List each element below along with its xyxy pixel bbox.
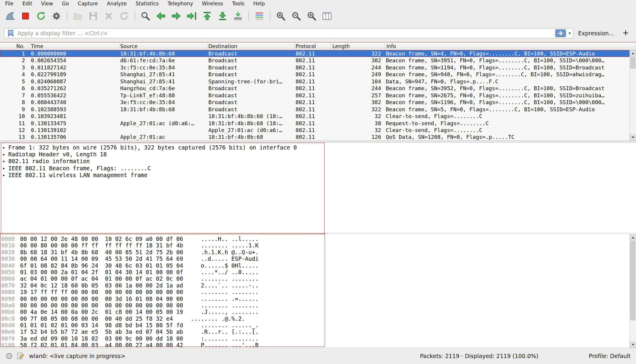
hex-row[interactable]: 00d001 01 01 02 01 00 03 14 98 d8 bd b4 … (1, 322, 636, 328)
zoom-out-button[interactable] (288, 9, 304, 23)
capture-comment-icon[interactable] (17, 352, 24, 360)
packet-row[interactable]: 80.0804437403e:f5:cc:0e:35:84Broadcast80… (0, 99, 636, 106)
expression-button[interactable]: Expression... (573, 30, 619, 36)
menu-item-help[interactable]: Help (249, 0, 269, 7)
menu-item-view[interactable]: View (37, 0, 57, 7)
filter-dropdown-caret-icon[interactable]: ▾ (568, 31, 571, 36)
menu-item-edit[interactable]: Edit (18, 0, 37, 7)
colorize-packets-button[interactable] (252, 9, 267, 23)
scroll-up-button[interactable] (630, 50, 636, 56)
restart-capture-button[interactable] (33, 9, 49, 23)
start-capture-button[interactable] (2, 9, 18, 23)
expander-icon[interactable]: ▸ (3, 144, 8, 151)
detail-tree-item[interactable]: ▸802.11 radio information (0, 158, 636, 165)
capture-options-button[interactable] (49, 9, 64, 23)
hex-row[interactable]: 00f03a ed dd 09 00 10 18 02 03 00 9c 00 … (1, 335, 636, 342)
packet-cell-no: 4 (0, 71, 29, 78)
menu-item-file[interactable]: File (1, 0, 18, 7)
column-header-no[interactable]: No. (0, 42, 29, 50)
filter-bookmark-icon[interactable] (7, 29, 15, 37)
column-header-proto[interactable]: Protocol (295, 42, 331, 50)
profile-selector[interactable]: Profile: Default (589, 353, 631, 359)
column-header-dest[interactable]: Destination (208, 42, 295, 50)
menu-item-statistics[interactable]: Statistics (131, 0, 163, 7)
hex-bytes: ac 04 01 00 00 0f ac 04 01 00 00 0f ac 0… (20, 275, 183, 282)
resize-columns-button[interactable] (319, 9, 335, 23)
go-to-packet-button[interactable] (184, 9, 199, 23)
go-last-packet-button[interactable] (215, 9, 230, 23)
filter-toolbar: Apply a display filter ... <Ctrl-/> ▾ Ex… (0, 24, 636, 42)
detail-tree-item[interactable]: ▸Frame 1: 322 bytes on wire (2576 bits),… (0, 144, 636, 151)
hex-row[interactable]: 001000 00 80 00 00 00 ff ff ff ff ff ff … (1, 242, 636, 249)
column-header-length[interactable]: Length (331, 42, 385, 50)
scroll-down-button[interactable] (630, 134, 636, 140)
column-header-info[interactable]: Info (385, 42, 636, 50)
hex-row[interactable]: 009000 00 00 00 00 00 00 00 00 3d 16 01 … (1, 295, 636, 302)
hex-row[interactable]: 00b000 4a 0e 14 00 0a 00 2c 01 c8 00 14 … (1, 309, 636, 315)
hex-row[interactable]: 008019 17 ff ff ff 00 00 00 00 00 00 00 … (1, 289, 636, 295)
scrollbar-handle[interactable] (630, 57, 635, 69)
zoom-reset-button[interactable] (304, 9, 319, 23)
packet-row[interactable]: 60.035271262Hangzhou_cd:7a:6eBroadcast80… (0, 85, 636, 92)
scroll-up-button[interactable] (630, 234, 636, 240)
detail-tree-item[interactable]: ▸IEEE 802.11 Beacon frame, Flags: ......… (0, 165, 636, 172)
hex-view-scrollbar[interactable] (629, 234, 636, 348)
hex-row[interactable]: 003000 00 64 00 11 14 00 09 45 53 50 2d … (1, 255, 636, 262)
packet-row[interactable]: 20.002654354d6:61:fe:cd:7a:6eBroadcast80… (0, 57, 636, 64)
hex-row[interactable]: 007032 04 0c 12 18 60 0b 05 03 00 1a 00 … (1, 282, 636, 289)
expander-icon[interactable]: ▸ (3, 172, 8, 179)
packet-list-scrollbar[interactable] (629, 50, 636, 140)
packet-row[interactable]: 120.130139102Apple_27:01:ac (d0:a6:…802.… (0, 127, 636, 133)
hex-row[interactable]: 00406f 01 08 82 84 8b 96 24 30 48 6c 03 … (1, 262, 636, 269)
find-packet-button[interactable] (138, 9, 153, 23)
packet-row[interactable]: 70.055536422Tp-LinkT_ef:48:88Broadcast80… (0, 92, 636, 99)
packet-cell-time: 0.102388593 (29, 106, 120, 113)
packet-row[interactable]: 130.130135706Apple_27:01:ac18:31:bf:4b:8… (0, 133, 636, 140)
expander-icon[interactable]: ▸ (3, 158, 8, 165)
scroll-down-button[interactable] (630, 342, 636, 348)
expander-icon[interactable]: ▸ (3, 151, 8, 158)
go-forward-button[interactable] (169, 9, 184, 23)
menu-item-telephony[interactable]: Telephony (163, 0, 198, 7)
menu-item-capture[interactable]: Capture (73, 0, 102, 7)
detail-tree-item[interactable]: ▸Radiotap Header v0, Length 18 (0, 151, 636, 158)
expert-info-icon[interactable] (5, 352, 13, 360)
menu-item-tools[interactable]: Tools (228, 0, 249, 7)
hex-row[interactable]: 005001 03 00 00 2a 01 04 2f 01 04 30 14 … (1, 269, 636, 275)
go-first-packet-button[interactable] (199, 9, 215, 23)
packet-row[interactable]: 110.130133475Apple_27:01:ac (d0:a6:…18:3… (0, 120, 636, 127)
go-back-button[interactable] (153, 9, 169, 23)
auto-scroll-button[interactable] (230, 9, 246, 23)
menu-item-wireless[interactable]: Wireless (198, 0, 228, 7)
scrollbar-trough[interactable] (630, 240, 636, 342)
stop-capture-button[interactable] (18, 9, 33, 23)
list-details-splitter[interactable] (0, 140, 636, 143)
apply-filter-button[interactable] (555, 29, 566, 37)
scrollbar-handle[interactable] (630, 241, 635, 320)
zoom-in-button[interactable] (273, 9, 288, 23)
hex-row[interactable]: 00a000 00 00 00 00 00 00 00 00 00 00 00 … (1, 302, 636, 309)
detail-tree-item[interactable]: ▸IEEE 802.11 wireless LAN management fra… (0, 172, 636, 179)
menu-item-go[interactable]: Go (58, 0, 74, 7)
hex-row[interactable]: 00c000 7f 08 05 00 08 00 00 00 40 dd 25 … (1, 315, 636, 322)
display-filter-input[interactable]: Apply a display filter ... <Ctrl-/> ▾ (4, 28, 573, 38)
packet-row[interactable]: 10.00000000018:31:bf:4b:8b:68Broadcast80… (0, 50, 636, 57)
packet-row[interactable]: 90.10238859318:31:bf:4b:8b:68Broadcast80… (0, 106, 636, 113)
hex-row[interactable]: 010050 f2 02 01 01 84 00 03 a4 00 00 27 … (1, 342, 636, 348)
hex-row[interactable]: 0060ac 04 01 00 00 0f ac 04 01 00 00 0f … (1, 275, 636, 282)
packet-row[interactable]: 40.022799189Shanghai_27:85:41Broadcast80… (0, 71, 636, 78)
scrollbar-trough[interactable] (630, 56, 636, 134)
details-hex-splitter[interactable] (0, 232, 636, 234)
column-header-source[interactable]: Source (120, 42, 208, 50)
packet-row[interactable]: 50.024060087Shanghai_27:85:41Spanning-tr… (0, 78, 636, 85)
menu-item-analyze[interactable]: Analyze (102, 0, 131, 7)
add-filter-button[interactable]: + (619, 28, 632, 38)
expander-icon[interactable]: ▸ (3, 165, 8, 172)
hex-row[interactable]: 000000 00 12 00 2e 48 00 00 10 02 6c 09 … (1, 236, 636, 242)
column-header-time[interactable]: Time (29, 42, 120, 50)
hex-offset: 0040 (1, 262, 15, 269)
packet-row[interactable]: 100.10392348118:31:bf:4b:8b:68 (18:…802.… (0, 113, 636, 120)
packet-row[interactable]: 30.0118271423c:f5:cc:0e:35:84Broadcast80… (0, 64, 636, 71)
hex-row[interactable]: 00208b 68 18 31 bf 4b 8b 68 40 00 85 51 … (1, 249, 636, 255)
hex-row[interactable]: 00e01f 52 b4 b5 b7 72 ae e5 5b ab 3a ed … (1, 328, 636, 335)
